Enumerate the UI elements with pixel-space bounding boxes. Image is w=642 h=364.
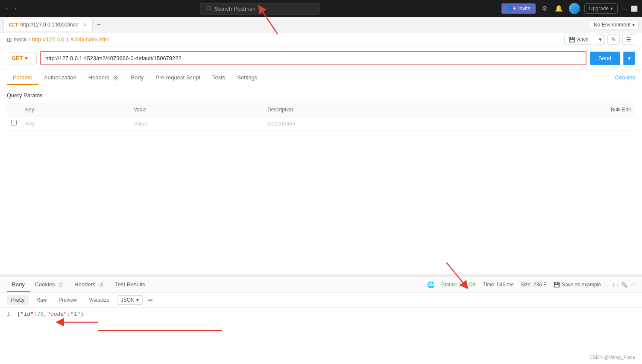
breadcrumb-collection[interactable]: mock: [14, 36, 27, 43]
nav-forward[interactable]: ›: [13, 4, 18, 13]
fmt-preview[interactable]: Preview: [54, 295, 81, 305]
tab-1[interactable]: GET http://127.0.0.1:8000/inde ✕: [3, 19, 93, 31]
globe-icon: 🌐: [427, 281, 434, 288]
fmt-raw[interactable]: Raw: [32, 295, 51, 305]
tab-params-label: Params: [13, 74, 32, 81]
collection-icon: ⊞: [7, 36, 12, 43]
row-desc[interactable]: Description: [263, 116, 635, 131]
res-headers-label: Headers: [74, 281, 95, 288]
res-headers-badge: 7: [98, 282, 105, 288]
row-key[interactable]: Key: [21, 116, 129, 131]
json-output: 1{"id":78,"code":"1"}: [0, 308, 642, 321]
response-format-bar: Pretty Raw Preview Visualize JSON ▾ ⇌: [0, 293, 642, 308]
save-label: Save: [577, 37, 589, 43]
restore-icon[interactable]: ⬜: [631, 6, 638, 12]
save-icon: 💾: [569, 37, 575, 43]
format-label: JSON: [121, 297, 135, 303]
window-controls: — ⬜: [622, 6, 638, 12]
env-selector[interactable]: No Environment ▾: [590, 20, 639, 29]
bulk-edit-button[interactable]: ··· Bulk Edit: [603, 107, 631, 113]
status-ok: Status: 200 OK: [441, 282, 476, 288]
env-label: No Environment: [594, 22, 630, 28]
tab-pre-request-label: Pre-request Script: [155, 74, 200, 81]
search-label: Search Postman: [214, 6, 255, 12]
top-bar-left: ‹ ›: [4, 4, 18, 13]
more-options-icon[interactable]: ···: [631, 282, 635, 288]
row-value[interactable]: Value: [129, 116, 263, 131]
status-time: Time: 546 ms: [483, 282, 513, 288]
cookies-link[interactable]: Cookies: [615, 70, 635, 85]
avatar: [569, 3, 580, 14]
query-params-title: Query Params: [7, 92, 635, 99]
invite-icon: 👤+: [507, 6, 516, 12]
tab-headers-label: Headers: [88, 74, 109, 81]
url-input[interactable]: [40, 51, 586, 65]
breadcrumb: ⊞ mock / http://127.0.0.1:8000/index.htm…: [7, 36, 110, 43]
th-value: Value: [129, 103, 263, 116]
th-description: Description ··· Bulk Edit: [263, 103, 635, 116]
th-key: Key: [21, 103, 129, 116]
minimize-icon[interactable]: —: [622, 6, 627, 12]
cookies-label: Cookies: [615, 74, 635, 81]
tab-pre-request[interactable]: Pre-request Script: [150, 70, 206, 85]
breadcrumb-current: http://127.0.0.1:8000/index.html: [32, 36, 110, 43]
save-example-label: Save as example: [562, 282, 601, 288]
fmt-pretty[interactable]: Pretty: [7, 295, 29, 305]
save-example-icon: 💾: [554, 282, 560, 288]
invite-button[interactable]: 👤+ Invite: [501, 3, 536, 14]
tab-body-label: Body: [131, 74, 144, 81]
edit-button[interactable]: ✎: [607, 34, 620, 45]
search-bar[interactable]: Search Postman: [200, 3, 320, 15]
wrap-icon[interactable]: ⇌: [148, 297, 153, 303]
method-label: GET: [12, 55, 23, 61]
fmt-visualize[interactable]: Visualize: [85, 295, 114, 305]
res-body-label: Body: [12, 281, 25, 288]
search-response-icon[interactable]: 🔍: [621, 282, 627, 288]
tab-params[interactable]: Params: [7, 70, 38, 85]
row-checkbox[interactable]: [7, 116, 21, 131]
tab-close-icon[interactable]: ✕: [83, 22, 87, 28]
table-row: Key Value Description: [7, 116, 635, 131]
env-chevron-icon: ▾: [632, 22, 635, 28]
empty-space: [0, 137, 642, 274]
tab-settings[interactable]: Settings: [231, 70, 263, 85]
send-dropdown-button[interactable]: ▾: [623, 52, 635, 65]
comment-button[interactable]: ☰: [622, 34, 635, 45]
params-table: Key Value Description ··· Bulk Edit Key: [7, 103, 635, 131]
res-tab-headers[interactable]: Headers 7: [69, 277, 110, 292]
top-bar-right: 👤+ Invite ⚙ 🔔 Upgrade ▾ — ⬜: [501, 3, 638, 14]
response-status: 🌐 Status: 200 OK Time: 546 ms Size: 236 …: [427, 281, 635, 288]
save-example-button[interactable]: 💾 Save as example: [554, 282, 601, 288]
send-button[interactable]: Send: [590, 52, 620, 65]
tab-headers[interactable]: Headers 8: [82, 70, 125, 85]
tab-settings-label: Settings: [237, 74, 257, 81]
save-dropdown-button[interactable]: ▾: [596, 34, 605, 45]
bell-button[interactable]: 🔔: [553, 3, 565, 14]
res-tab-cookies[interactable]: Cookies 1: [30, 277, 70, 292]
breadcrumb-bar: ⊞ mock / http://127.0.0.1:8000/index.htm…: [0, 32, 642, 47]
tab-body[interactable]: Body: [125, 70, 150, 85]
upgrade-button[interactable]: Upgrade ▾: [584, 3, 618, 14]
method-select[interactable]: GET ▾: [7, 52, 37, 64]
headers-badge: 8: [112, 75, 119, 81]
format-select[interactable]: JSON ▾: [117, 295, 143, 305]
query-params-section: Query Params Key Value Description ··· B…: [0, 85, 642, 137]
save-button[interactable]: 💾 Save: [564, 35, 593, 45]
bulk-edit-label: Bulk Edit: [611, 107, 631, 113]
new-tab-button[interactable]: +: [94, 20, 103, 29]
res-cookies-badge: 1: [57, 282, 64, 288]
nav-back[interactable]: ‹: [4, 4, 9, 13]
upgrade-chevron-icon: ▾: [610, 6, 613, 12]
res-tab-test-results[interactable]: Test Results: [110, 277, 150, 292]
search-icon: [206, 6, 212, 12]
tab-authorization[interactable]: Authorization: [38, 70, 82, 85]
checkbox[interactable]: [11, 120, 17, 125]
res-tab-body[interactable]: Body: [7, 277, 30, 292]
comment-icon: ☰: [626, 36, 631, 43]
response-actions: ⬚ 🔍 ···: [613, 282, 635, 288]
tab-tests[interactable]: Tests: [206, 70, 231, 85]
request-tabs: Params Authorization Headers 8 Body Pre-…: [0, 70, 642, 85]
copy-icon[interactable]: ⬚: [613, 282, 618, 288]
settings-button[interactable]: ⚙: [540, 3, 549, 14]
th-checkbox: [7, 103, 21, 116]
